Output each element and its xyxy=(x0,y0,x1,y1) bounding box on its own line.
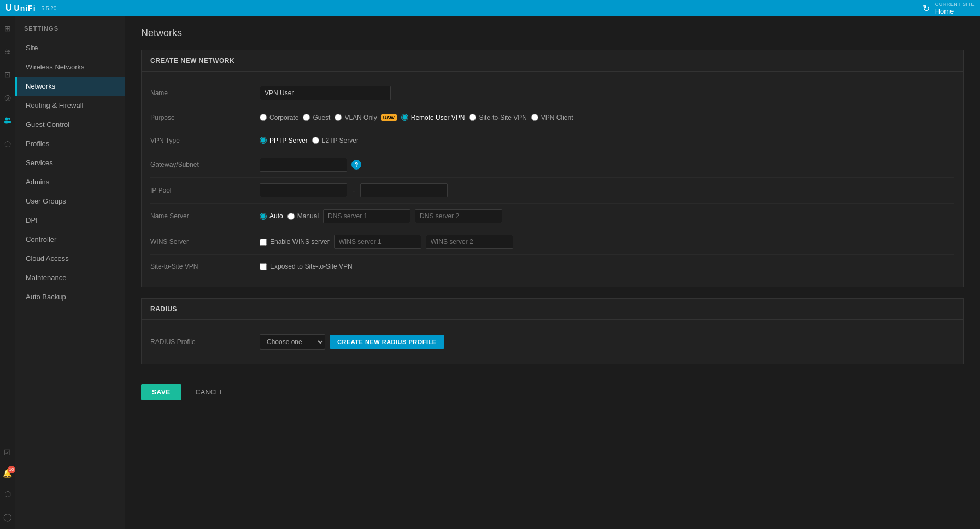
purpose-guest[interactable]: Guest xyxy=(303,114,330,121)
page-title: Networks xyxy=(141,27,964,39)
purpose-vpn-client-label: VPN Client xyxy=(541,114,573,121)
sidebar-icon-tasks[interactable]: ☑ xyxy=(0,446,15,459)
unifi-logo: U UniFi xyxy=(5,3,36,13)
purpose-corporate[interactable]: Corporate xyxy=(260,114,298,121)
create-network-header: CREATE NEW NETWORK xyxy=(142,50,963,72)
sidebar-item-services[interactable]: Services xyxy=(15,153,125,172)
purpose-label: Purpose xyxy=(150,114,260,121)
icon-sidebar: ⊞ ≋ ⊡ ◎ ◌ ☑ 🔔 10 ⬡ ◯ xyxy=(0,16,15,529)
logo-text: UniFi xyxy=(14,4,36,13)
gateway-subnet-label: Gateway/Subnet xyxy=(150,161,260,168)
notification-badge-count: 10 xyxy=(8,466,15,473)
create-radius-profile-button[interactable]: CREATE NEW RADIUS PROFILE xyxy=(330,335,444,349)
sidebar-item-networks[interactable]: Networks xyxy=(15,77,125,96)
sidebar-item-auto-backup[interactable]: Auto Backup xyxy=(15,287,125,306)
purpose-vpn-client[interactable]: VPN Client xyxy=(531,114,573,121)
site-to-site-vpn-row: Site-to-Site VPN Exposed to Site-to-Site… xyxy=(150,255,954,278)
ip-pool-end-input[interactable] xyxy=(360,183,448,197)
ip-pool-row: IP Pool - xyxy=(150,178,954,204)
site-to-site-vpn-label: Site-to-Site VPN xyxy=(150,263,260,270)
sidebar-item-cloud-access[interactable]: Cloud Access xyxy=(15,249,125,268)
exposed-checkbox-label[interactable]: Exposed to Site-to-Site VPN xyxy=(260,263,353,270)
nav-sidebar-header: SETTINGS xyxy=(15,16,125,38)
radius-profile-label: RADIUS Profile xyxy=(150,338,260,346)
purpose-remote-vpn-label: Remote User VPN xyxy=(411,114,465,121)
content-area: Networks CREATE NEW NETWORK Name Purpose xyxy=(125,16,980,529)
name-server-manual[interactable]: Manual xyxy=(287,212,319,220)
purpose-remote-user-vpn[interactable]: Remote User VPN xyxy=(401,114,465,121)
sidebar-item-routing-firewall[interactable]: Routing & Firewall xyxy=(15,96,125,115)
wins-server-control: Enable WINS server xyxy=(260,235,513,249)
gateway-subnet-input[interactable] xyxy=(260,158,347,172)
nav-sidebar: SETTINGS Site Wireless Networks Networks… xyxy=(15,16,125,529)
sidebar-item-user-groups[interactable]: User Groups xyxy=(15,191,125,211)
current-site-info: CURRENT SITE Home xyxy=(935,2,975,15)
purpose-guest-label: Guest xyxy=(313,114,330,121)
wins-enable-label: Enable WINS server xyxy=(270,238,330,246)
action-bar: SAVE CANCEL xyxy=(141,375,964,405)
wins-server-2-input[interactable] xyxy=(426,235,513,249)
wins-enable-checkbox[interactable] xyxy=(260,239,267,246)
name-server-auto[interactable]: Auto xyxy=(260,212,283,220)
save-button[interactable]: SAVE xyxy=(141,384,181,400)
sidebar-icon-dashboard[interactable]: ⊞ xyxy=(0,22,15,35)
topbar: U UniFi 5.5.20 ↻ CURRENT SITE Home xyxy=(0,0,980,16)
purpose-control: Corporate Guest VLAN Only USW xyxy=(260,114,573,121)
cancel-button[interactable]: CANCEL xyxy=(187,384,233,400)
refresh-icon[interactable]: ↻ xyxy=(923,3,930,14)
sidebar-icon-stats[interactable]: ≋ xyxy=(0,45,15,58)
name-server-auto-label: Auto xyxy=(269,212,283,220)
create-network-section: CREATE NEW NETWORK Name Purpose Corpor xyxy=(141,50,964,287)
sidebar-icon-insights[interactable]: ◌ xyxy=(0,137,15,150)
sidebar-item-controller[interactable]: Controller xyxy=(15,230,125,249)
sidebar-icon-clients[interactable] xyxy=(0,114,15,127)
radius-profile-row: RADIUS Profile Choose one CREATE NEW RAD… xyxy=(150,329,954,355)
sidebar-icon-devices[interactable]: ◎ xyxy=(0,91,15,104)
dns-server-2-input[interactable] xyxy=(415,209,502,223)
ip-pool-control: - xyxy=(260,183,448,197)
radius-section-header: RADIUS xyxy=(142,299,963,320)
sidebar-item-wireless-networks[interactable]: Wireless Networks xyxy=(15,57,125,77)
dns-server-1-input[interactable] xyxy=(323,209,410,223)
vpn-type-l2tp[interactable]: L2TP Server xyxy=(312,137,359,144)
sidebar-icon-chat[interactable]: ◯ xyxy=(0,510,15,524)
svg-point-3 xyxy=(8,121,11,123)
radius-section: RADIUS RADIUS Profile Choose one CREATE … xyxy=(141,298,964,364)
sidebar-item-maintenance[interactable]: Maintenance xyxy=(15,268,125,287)
name-server-control: Auto Manual xyxy=(260,209,502,223)
sidebar-item-guest-control[interactable]: Guest Control xyxy=(15,115,125,134)
radius-content: RADIUS Profile Choose one CREATE NEW RAD… xyxy=(142,320,963,364)
wins-enable-checkbox-label[interactable]: Enable WINS server xyxy=(260,238,330,246)
wins-server-row: WINS Server Enable WINS server xyxy=(150,229,954,255)
site-to-site-vpn-control: Exposed to Site-to-Site VPN xyxy=(260,263,353,270)
vpn-type-pptp[interactable]: PPTP Server xyxy=(260,137,308,144)
icon-sidebar-bottom: ☑ 🔔 10 ⬡ ◯ xyxy=(0,446,15,524)
name-row: Name xyxy=(150,80,954,106)
vpn-pptp-label: PPTP Server xyxy=(269,137,308,144)
wins-server-1-input[interactable] xyxy=(334,235,421,249)
name-input[interactable] xyxy=(260,86,391,100)
exposed-checkbox[interactable] xyxy=(260,263,267,270)
radius-profile-select[interactable]: Choose one xyxy=(260,334,325,350)
name-server-row: Name Server Auto Manual xyxy=(150,204,954,229)
vpn-l2tp-label: L2TP Server xyxy=(322,137,359,144)
sidebar-icon-topology[interactable]: ⬡ xyxy=(0,487,15,501)
gateway-subnet-control: ? xyxy=(260,158,361,172)
sidebar-item-admins[interactable]: Admins xyxy=(15,172,125,191)
sidebar-item-site[interactable]: Site xyxy=(15,38,125,57)
sidebar-item-profiles[interactable]: Profiles xyxy=(15,134,125,153)
notification-icon[interactable]: 🔔 10 xyxy=(3,469,12,478)
current-site-name: Home xyxy=(935,7,975,15)
radius-profile-control: Choose one CREATE NEW RADIUS PROFILE xyxy=(260,334,444,350)
gateway-help-icon[interactable]: ? xyxy=(351,160,361,170)
ip-pool-separator: - xyxy=(351,187,356,195)
sidebar-icon-map[interactable]: ⊡ xyxy=(0,68,15,81)
name-server-label: Name Server xyxy=(150,212,260,220)
gateway-subnet-row: Gateway/Subnet ? xyxy=(150,152,954,178)
purpose-corporate-label: Corporate xyxy=(269,114,298,121)
version-label: 5.5.20 xyxy=(42,5,57,11)
sidebar-item-dpi[interactable]: DPI xyxy=(15,211,125,230)
purpose-site-to-site-vpn[interactable]: Site-to-Site VPN xyxy=(469,114,526,121)
purpose-vlan-only[interactable]: VLAN Only USW xyxy=(335,114,396,121)
ip-pool-start-input[interactable] xyxy=(260,183,347,197)
